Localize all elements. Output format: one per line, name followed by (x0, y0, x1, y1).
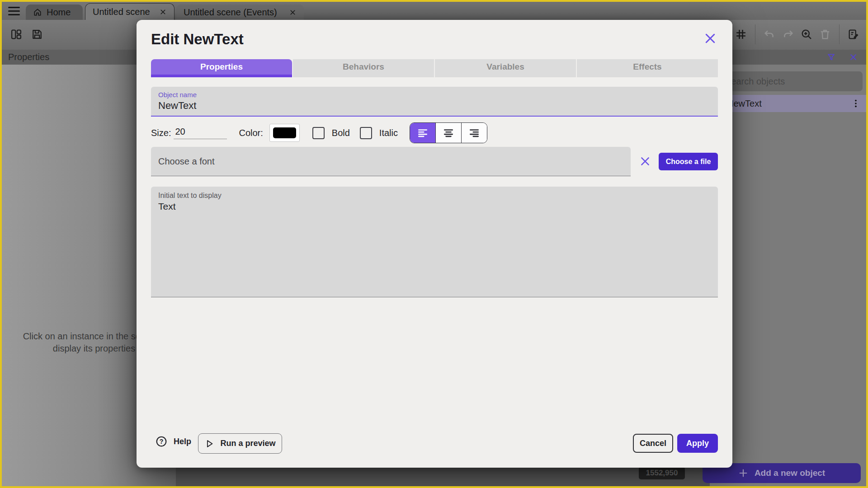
align-center-button[interactable] (435, 123, 461, 143)
font-row: Choose a font Choose a file (151, 147, 718, 177)
object-list-item-newtext[interactable]: NewText (710, 95, 866, 112)
svg-text:?: ? (160, 438, 164, 445)
menu-hamburger-icon[interactable] (8, 7, 20, 15)
italic-label: Italic (379, 128, 398, 138)
grid-icon[interactable] (735, 28, 747, 41)
run-preview-label: Run a preview (220, 439, 275, 448)
play-icon (204, 439, 214, 449)
search-objects-input[interactable] (717, 71, 863, 91)
layout-panels-icon[interactable] (10, 28, 23, 41)
tab-properties[interactable]: Properties (151, 59, 292, 77)
tab-untitled-scene-events[interactable]: Untitled scene (Events) (176, 5, 304, 20)
top-tab-bar: Home Untitled scene Untitled scene (Even… (2, 2, 866, 20)
text-style-row: Size: Color: Bold Italic (151, 123, 718, 143)
align-left-button[interactable] (410, 123, 435, 143)
filter-icon[interactable] (826, 52, 836, 62)
color-swatch[interactable] (269, 124, 300, 142)
bold-checkbox[interactable] (312, 127, 325, 139)
kebab-menu-icon[interactable] (851, 99, 861, 108)
object-name-field[interactable]: Object name NewText (151, 87, 718, 117)
object-name-label: Object name (158, 91, 711, 99)
tab-home-label: Home (47, 7, 71, 18)
size-input[interactable] (174, 127, 227, 139)
font-select-placeholder: Choose a font (158, 156, 215, 167)
align-left-icon (417, 127, 429, 139)
home-icon (33, 8, 42, 17)
properties-panel-title: Properties (8, 52, 49, 62)
tab-scene-label: Untitled scene (93, 7, 150, 17)
tab-behaviors[interactable]: Behaviors (293, 59, 434, 77)
choose-file-button[interactable]: Choose a file (659, 153, 718, 170)
cancel-button[interactable]: Cancel (633, 434, 673, 453)
undo-icon[interactable] (763, 28, 776, 41)
add-new-object-label: Add a new object (755, 468, 825, 478)
initial-text-field[interactable]: Initial text to display Text (151, 187, 718, 297)
cursor-coordinates-badge: 1552,950 (639, 467, 685, 479)
size-label: Size: (151, 128, 171, 138)
toolbar-divider (839, 24, 840, 44)
align-right-icon (468, 127, 480, 139)
object-name-value[interactable]: NewText (158, 100, 711, 112)
close-panel-icon[interactable] (849, 52, 858, 62)
dialog-close-icon[interactable] (703, 32, 717, 45)
color-swatch-chip (273, 127, 296, 138)
dialog-footer: ? Help Run a preview Cancel Apply (151, 433, 718, 453)
tab-variables[interactable]: Variables (435, 59, 576, 77)
redo-icon[interactable] (782, 28, 794, 41)
help-button[interactable]: ? Help (156, 436, 191, 447)
edit-object-dialog: Edit NewText Properties Behaviors Variab… (137, 20, 732, 468)
help-circle-icon: ? (156, 436, 167, 447)
bold-label: Bold (332, 128, 350, 138)
align-right-button[interactable] (461, 123, 487, 143)
tab-events-label: Untitled scene (Events) (184, 7, 277, 18)
help-label: Help (174, 437, 191, 446)
font-select-field[interactable]: Choose a font (151, 147, 631, 176)
text-alignment-group (410, 122, 487, 143)
objects-panel: NewText (710, 65, 866, 486)
color-label: Color: (239, 128, 263, 138)
apply-button[interactable]: Apply (677, 434, 718, 453)
edit-scene-icon[interactable] (847, 28, 860, 41)
dialog-tab-bar: Properties Behaviors Variables Effects (151, 59, 718, 77)
initial-text-value[interactable]: Text (158, 201, 711, 212)
tab-home[interactable]: Home (26, 5, 83, 20)
trash-icon[interactable] (819, 28, 831, 41)
close-icon[interactable] (289, 9, 297, 16)
toolbar-divider (755, 24, 755, 44)
tab-untitled-scene[interactable]: Untitled scene (85, 3, 175, 20)
italic-checkbox[interactable] (360, 127, 372, 139)
dialog-title: Edit NewText (151, 31, 244, 48)
plus-icon (738, 468, 748, 478)
tab-effects[interactable]: Effects (577, 59, 718, 77)
clear-font-icon[interactable] (639, 155, 651, 167)
align-center-icon (443, 127, 454, 139)
close-icon[interactable] (159, 8, 167, 16)
run-preview-button[interactable]: Run a preview (198, 433, 282, 454)
zoom-in-icon[interactable] (800, 28, 813, 41)
save-icon[interactable] (31, 28, 43, 41)
initial-text-label: Initial text to display (158, 192, 711, 200)
